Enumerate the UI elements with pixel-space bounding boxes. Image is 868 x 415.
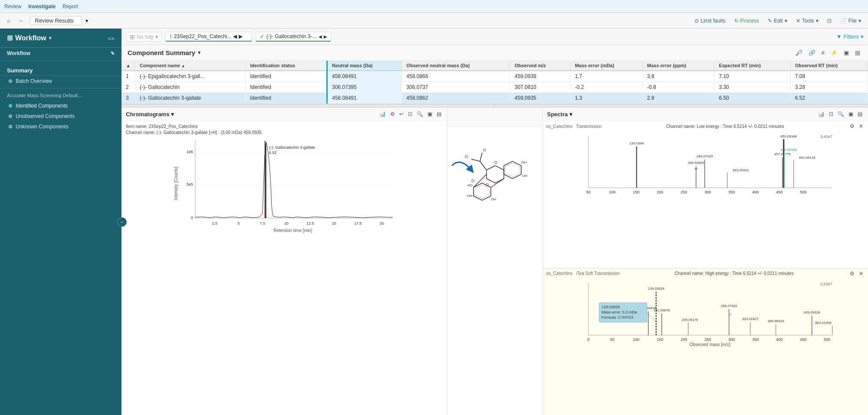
chromatogram-title[interactable]: Chromatograms ▾	[126, 111, 174, 118]
sample-selector[interactable]: ⌇ 23Sep22_Pos_Catechi... ◀ ▶	[165, 32, 252, 42]
sidebar-workflow-subsection[interactable]: Workflow ✎	[0, 48, 122, 59]
table-row[interactable]: 2 (-)- Gallocatechin Identified 306.0739…	[122, 82, 868, 93]
svg-line-32	[480, 161, 487, 170]
cell-mass-err-mda: 1.7	[570, 71, 642, 82]
limit-faults-button[interactable]: ⊙ Limit faults	[692, 17, 728, 25]
spectra-expand-icon[interactable]: ⊡	[828, 110, 835, 118]
back-button[interactable]: ←	[16, 17, 26, 25]
cell-exp-rt: 6.50	[714, 93, 790, 104]
sidebar-item-batch-overview[interactable]: Batch Overview	[0, 76, 122, 86]
svg-text:300: 300	[728, 337, 735, 342]
sample-vial-icon: ⌇	[169, 33, 172, 40]
col-obs-mz[interactable]: Observed m/z	[510, 61, 570, 71]
ch2-close-icon[interactable]: ✕	[858, 270, 865, 278]
spectra-header: Spectra ▾ 📊 ⊡ 🔍 ▣ ▤	[543, 108, 868, 121]
component-selector[interactable]: ✓ (-)- Gallocatechin 3-... ◀ ▶	[256, 32, 331, 42]
cell-obs-rt: 7.08	[790, 71, 868, 82]
col-neutral-mass[interactable]: Neutral mass (Da)	[327, 61, 401, 71]
cell-status: Identified	[246, 93, 327, 104]
cell-name: (-)- Gallocatechin	[135, 82, 245, 93]
edit-button[interactable]: ✎ Edit ▾	[765, 17, 790, 25]
cell-obs-rt: 3.28	[790, 82, 868, 93]
spectra-channel1: os_Catechins Transmission Channel name: …	[543, 121, 868, 268]
cell-num: 1	[122, 71, 135, 82]
svg-text:50: 50	[610, 337, 614, 342]
chrom-zoom-icon[interactable]: 🔍	[415, 110, 424, 118]
col-id-status[interactable]: Identification status	[246, 61, 327, 71]
summary-dropdown-icon[interactable]: ▾	[198, 50, 201, 56]
workflow-edit-icon: ✎	[111, 51, 115, 56]
table-row[interactable]: 3 (-)- Gallocatechin 3-qallate Identifie…	[122, 93, 868, 104]
col-obs-rt[interactable]: Observed RT (min)	[790, 61, 868, 71]
menu-review[interactable]: Review	[4, 3, 21, 10]
chrom-undo-icon[interactable]: ↩	[398, 110, 405, 118]
section-action-4[interactable]: ⚡	[829, 49, 839, 57]
home-button[interactable]: ⌂	[4, 17, 13, 25]
window-button[interactable]: ⊡	[825, 17, 834, 25]
svg-text:OH: OH	[521, 160, 526, 164]
home-icon: ⌂	[7, 18, 10, 24]
section-tile-view[interactable]: ▣	[842, 49, 851, 57]
chrom-tile-view[interactable]: ▣	[426, 110, 434, 118]
svg-text:459.09348: 459.09348	[780, 134, 796, 138]
menu-investigate[interactable]: Investigate	[28, 3, 56, 10]
chrom-expand-icon[interactable]: ⊡	[407, 110, 414, 118]
limit-faults-icon: ⊙	[694, 18, 699, 24]
spectra-panel: Spectra ▾ 📊 ⊡ 🔍 ▣ ▤	[543, 108, 868, 415]
col-mass-err-ppm[interactable]: Mass error (ppm)	[642, 61, 714, 71]
sidebar-item-unobserved[interactable]: Unobserved Components	[0, 111, 122, 121]
cell-neutral-mass: 458.08491	[327, 93, 401, 104]
window-icon: ⊡	[827, 18, 832, 24]
unknown-dot	[9, 125, 12, 128]
chromatogram-panel: Chromatograms ▾ 📊 ⚙ ↩ ⊡ 🔍 ▣ ▤	[122, 108, 447, 415]
section-action-1[interactable]: 🔎	[794, 49, 804, 57]
spectra-zoom-icon[interactable]: 🔍	[836, 110, 845, 118]
section-action-3[interactable]: #	[820, 49, 826, 57]
chrom-list-view[interactable]: ▤	[435, 110, 443, 118]
menu-report[interactable]: Report	[62, 3, 78, 10]
cell-obs-neutral: 458.0862	[402, 93, 510, 104]
resize-handle[interactable]: ⋮	[122, 104, 868, 108]
ch2-settings-icon[interactable]: ⚙	[848, 270, 856, 278]
sidebar-collapse-icon[interactable]: «»	[108, 35, 115, 42]
section-list-view[interactable]: ▤	[853, 49, 862, 57]
svg-text:400: 400	[752, 190, 759, 194]
svg-text:100: 100	[609, 190, 615, 194]
svg-text:289.07020: 289.07020	[696, 154, 713, 158]
col-component-name[interactable]: Component name ▲	[135, 61, 245, 71]
ch1-close-icon[interactable]: ✕	[858, 122, 865, 130]
svg-text:333.01827: 333.01827	[742, 317, 758, 321]
table-row[interactable]: 1 (-)- Epigallocatechin 3-gall... Identi…	[122, 71, 868, 82]
cell-num: 2	[122, 82, 135, 93]
sidebar-workflow-title[interactable]: ⊞ Workflow ▾	[7, 34, 51, 42]
cell-mass-err-ppm: -0.8	[642, 82, 714, 93]
filters-button[interactable]: ▼ Filters ▾	[836, 33, 864, 40]
file-button[interactable]: 📄 File ▾	[838, 17, 864, 25]
svg-text:100: 100	[633, 337, 639, 342]
tray-selector[interactable]: ⊞ No tray ▾	[126, 32, 162, 42]
section-action-2[interactable]: 🔗	[807, 49, 817, 57]
svg-text:450: 450	[776, 190, 783, 194]
spectra-title[interactable]: Spectra ▾	[547, 111, 573, 118]
col-exp-rt[interactable]: Expected RT (min)	[714, 61, 790, 71]
spectra-tile-view[interactable]: ▣	[847, 110, 855, 118]
edit-dropdown-icon: ▾	[785, 18, 787, 24]
col-mass-err-mda[interactable]: Mass error (mDa)	[570, 61, 642, 71]
spectra-bar-icon[interactable]: 📊	[817, 110, 826, 118]
svg-text:250: 250	[704, 337, 711, 342]
svg-text:12.5: 12.5	[306, 221, 314, 225]
tools-button[interactable]: ✕ Tools ▾	[793, 17, 821, 25]
svg-text:333.05941: 333.05941	[732, 168, 749, 172]
review-results-title[interactable]: Review Results	[30, 16, 82, 25]
col-obs-neutral[interactable]: Observed neutral mass (Da)	[402, 61, 510, 71]
ch1-settings-icon[interactable]: ⚙	[848, 122, 856, 130]
sidebar-toggle-button[interactable]: ↔	[117, 217, 127, 227]
sidebar-item-unknown[interactable]: Unknown Components	[0, 121, 122, 132]
chrom-gear-icon[interactable]: ⚙	[389, 110, 396, 118]
channel1-label: os_Catechins Transmission Channel name: …	[543, 121, 868, 131]
process-button[interactable]: ↻ Process	[732, 17, 762, 25]
chrom-bar-icon[interactable]: 📊	[378, 110, 387, 118]
spectra-list-view[interactable]: ▤	[856, 110, 864, 118]
cell-mass-err-ppm: 2.8	[642, 93, 714, 104]
sidebar-item-identified[interactable]: Identified Components	[0, 101, 122, 111]
